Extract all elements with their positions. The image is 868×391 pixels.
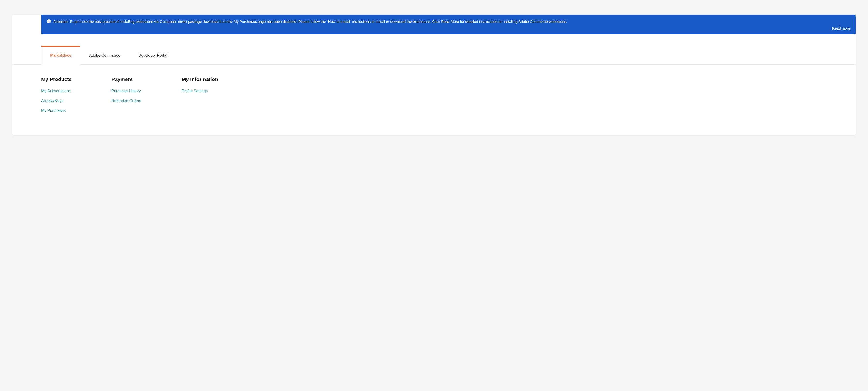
attention-banner: Attention: To promote the best practice … (41, 15, 856, 34)
heading-my-products: My Products (41, 76, 85, 82)
columns: My Products My Subscriptions Access Keys… (41, 76, 856, 118)
column-payment: Payment Purchase History Refunded Orders (112, 76, 155, 118)
links-payment: Purchase History Refunded Orders (112, 89, 155, 103)
banner-content: Attention: To promote the best practice … (47, 19, 850, 24)
column-my-information: My Information Profile Settings (182, 76, 225, 118)
tab-adobe-commerce[interactable]: Adobe Commerce (80, 46, 129, 65)
tabs-bar: Marketplace Adobe Commerce Developer Por… (12, 46, 856, 65)
list-item: My Purchases (41, 108, 85, 113)
list-item: Refunded Orders (112, 99, 155, 103)
svg-rect-2 (49, 20, 49, 21)
link-purchase-history[interactable]: Purchase History (112, 89, 141, 93)
list-item: My Subscriptions (41, 89, 85, 93)
list-item: Purchase History (112, 89, 155, 93)
list-item: Access Keys (41, 99, 85, 103)
info-icon (47, 19, 51, 23)
tab-developer-portal[interactable]: Developer Portal (129, 46, 176, 65)
tabs: Marketplace Adobe Commerce Developer Por… (41, 46, 856, 64)
heading-payment: Payment (112, 76, 155, 82)
read-more-link[interactable]: Read more (47, 26, 850, 30)
link-my-subscriptions[interactable]: My Subscriptions (41, 89, 71, 93)
account-panel: Attention: To promote the best practice … (12, 15, 856, 135)
content-area: My Products My Subscriptions Access Keys… (12, 65, 856, 135)
heading-my-information: My Information (182, 76, 225, 82)
link-my-purchases[interactable]: My Purchases (41, 108, 66, 112)
tab-marketplace[interactable]: Marketplace (41, 46, 80, 65)
link-profile-settings[interactable]: Profile Settings (182, 89, 208, 93)
svg-rect-1 (49, 21, 49, 22)
list-item: Profile Settings (182, 89, 225, 93)
links-my-products: My Subscriptions Access Keys My Purchase… (41, 89, 85, 113)
link-access-keys[interactable]: Access Keys (41, 99, 63, 103)
links-my-information: Profile Settings (182, 89, 225, 93)
banner-text: Attention: To promote the best practice … (53, 19, 567, 24)
link-refunded-orders[interactable]: Refunded Orders (112, 99, 141, 103)
column-my-products: My Products My Subscriptions Access Keys… (41, 76, 85, 118)
